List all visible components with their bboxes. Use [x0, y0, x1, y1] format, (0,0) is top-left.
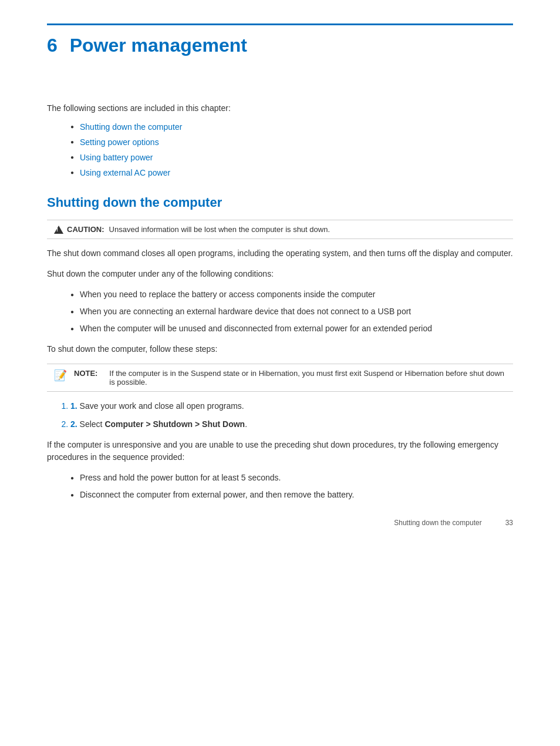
steps-list: 1. Save your work and close all open pro… [70, 400, 513, 431]
note-text: If the computer is in the Suspend state … [109, 369, 506, 387]
section1-title: Shutting down the computer [47, 195, 513, 210]
intro-text: The following sections are included in t… [47, 103, 513, 113]
section1-para3: To shut down the computer, follow these … [47, 343, 513, 355]
toc-link-battery-power[interactable]: Using battery power [80, 153, 153, 162]
chapter-title-text: Power management [70, 35, 247, 56]
section1-para2: Shut down the computer under any of the … [47, 268, 513, 280]
list-item: When the computer will be unused and dis… [70, 322, 513, 335]
toc-link-shutting-down[interactable]: Shutting down the computer [80, 122, 182, 132]
toc-link-power-options[interactable]: Setting power options [80, 137, 159, 147]
footer-section-text: Shutting down the computer [394, 519, 481, 527]
footer: Shutting down the computer 33 [47, 519, 513, 527]
note-label: NOTE: [74, 369, 97, 378]
note-icon: 📝 [54, 369, 67, 382]
step-1: 1. Save your work and close all open pro… [70, 400, 513, 412]
caution-triangle-icon [54, 226, 63, 234]
list-item: When you are connecting an external hard… [70, 305, 513, 318]
step-1-text: Save your work and close all open progra… [80, 401, 244, 411]
toc-link-ac-power[interactable]: Using external AC power [80, 168, 170, 177]
section1-bullets1: When you need to replace the battery or … [70, 288, 513, 335]
section1-para1: The shut down command closes all open pr… [47, 247, 513, 260]
toc-item-2: Setting power options [70, 137, 513, 147]
list-item: Press and hold the power button for at l… [70, 472, 513, 484]
caution-text: Unsaved information will be lost when th… [109, 225, 330, 234]
chapter-number: 6 [47, 35, 58, 56]
caution-label: CAUTION: [54, 225, 104, 234]
footer-page-number: 33 [505, 519, 513, 527]
toc-item-4: Using external AC power [70, 168, 513, 177]
page: 6 Power management The following section… [0, 0, 560, 545]
section1-para4: If the computer is unresponsive and you … [47, 439, 513, 463]
section1-bullets2: Press and hold the power button for at l… [70, 472, 513, 501]
toc-item-3: Using battery power [70, 153, 513, 162]
chapter-title: 6 Power management [47, 35, 513, 56]
list-item: Disconnect the computer from external po… [70, 489, 513, 501]
toc-item-1: Shutting down the computer [70, 122, 513, 132]
note-box: 📝 NOTE: If the computer is in the Suspen… [47, 364, 513, 392]
step-2-text: Select Computer > Shutdown > Shut Down. [80, 419, 247, 429]
chapter-header: 6 Power management [47, 23, 513, 56]
caution-box: CAUTION: Unsaved information will be los… [47, 220, 513, 239]
step-2: 2. Select Computer > Shutdown > Shut Dow… [70, 418, 513, 431]
toc-list: Shutting down the computer Setting power… [70, 122, 513, 177]
list-item: When you need to replace the battery or … [70, 288, 513, 301]
